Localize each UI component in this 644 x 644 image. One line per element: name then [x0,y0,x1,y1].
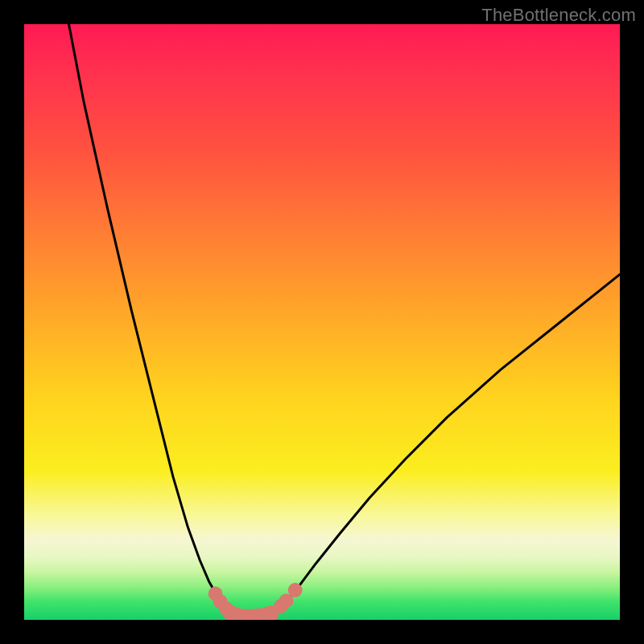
chart-svg [24,24,620,620]
watermark: TheBottleneck.com [481,5,636,26]
data-marker [288,583,303,597]
plot-area [24,24,620,620]
marker-layer [208,583,303,620]
chart-frame: TheBottleneck.com [0,0,644,644]
bottleneck-curve [69,24,621,617]
curve-layer [69,24,621,617]
